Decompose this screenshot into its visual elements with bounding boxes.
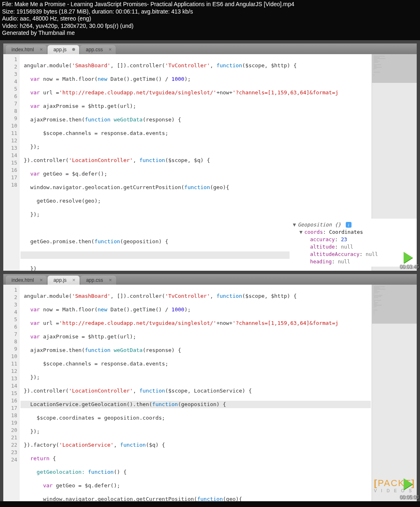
tab-label: app.js [53, 277, 66, 283]
tab-label: app.css [86, 277, 103, 283]
video-metadata: File: Make Me a Promise - Learning JavaS… [0, 0, 420, 40]
minimap[interactable]: ━━━━━━━━━━━━━━━━━━━━━━━━━━━━━━━━━━━━━━━━… [372, 285, 417, 501]
tab-index-html[interactable]: index.html × [6, 276, 47, 285]
file-line: File: Make Me a Promise - Learning JavaS… [2, 1, 418, 8]
line-gutter: 123456789101112131415161718192021222324 [3, 285, 20, 501]
code-area[interactable]: 123456789101112131415161718192021222324 … [3, 285, 417, 501]
close-icon[interactable]: × [109, 277, 112, 283]
tab-index-html[interactable]: index.html × [6, 45, 47, 54]
console-object-inspector[interactable]: ▼Geoposition {} i ▼coords: Coordinates a… [290, 219, 417, 267]
play-icon [404, 478, 413, 490]
generated-line: Generated by Thumbnail me [2, 30, 418, 37]
highlighted-line: LocationService.getGeolocation().then(fu… [21, 401, 371, 408]
video-line: Video: h264, yuv420p, 1280x720, 30.00 fp… [2, 23, 418, 30]
audio-line: Audio: aac, 48000 Hz, stereo (eng) [2, 15, 418, 23]
timestamp-label: 00:03:45 [399, 264, 419, 269]
close-icon[interactable]: × [109, 46, 112, 53]
thumbnail-2: index.html × app.js × app.css × 12345678… [0, 271, 420, 501]
editor-bottom: index.html × app.js × app.css × 12345678… [0, 271, 420, 501]
timestamp-label: 00:05:03 [399, 494, 419, 500]
close-icon[interactable]: × [40, 277, 43, 283]
play-icon [404, 252, 413, 263]
thumbnail-1: index.html × app.js app.css × 1234567891… [0, 40, 420, 271]
close-icon[interactable]: × [40, 46, 43, 53]
code-content[interactable]: angular.module('SmashBoard', []).control… [20, 285, 372, 501]
tab-app-css[interactable]: app.css × [80, 276, 116, 285]
tab-label: app.js [53, 47, 66, 53]
tab-label: index.html [11, 277, 34, 283]
tab-app-css[interactable]: app.css × [80, 45, 116, 54]
line-gutter: 123456789101112131415161718 [3, 54, 20, 271]
tab-bar[interactable]: index.html × app.js × app.css × [3, 274, 417, 285]
tab-app-js[interactable]: app.js × [48, 276, 80, 285]
tab-label: index.html [11, 47, 34, 53]
dirty-indicator-icon [72, 48, 75, 51]
tab-app-js[interactable]: app.js [48, 45, 79, 54]
close-icon[interactable]: × [72, 277, 75, 283]
size-line: Size: 19156939 bytes (18.27 MiB), durati… [2, 8, 418, 16]
info-icon: i [346, 222, 352, 228]
tab-bar[interactable]: index.html × app.js app.css × [3, 43, 417, 54]
tab-label: app.css [86, 47, 103, 53]
